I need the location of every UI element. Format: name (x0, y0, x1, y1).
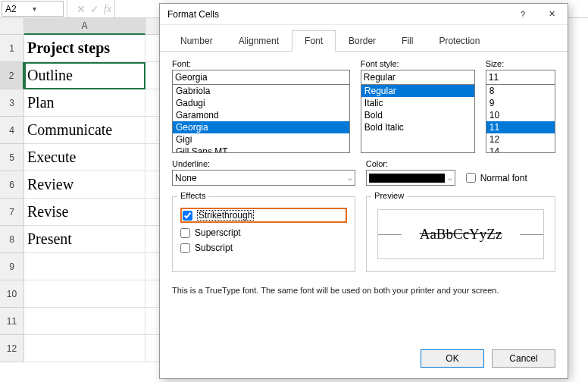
list-option[interactable]: Bold (361, 109, 474, 121)
list-option[interactable]: Garamond (173, 109, 349, 121)
list-option[interactable]: 9 (486, 97, 555, 109)
size-list[interactable]: 8910111214 (486, 85, 555, 153)
tab-font[interactable]: Font (292, 30, 336, 52)
font-description: This is a TrueType font. The same font w… (172, 286, 555, 295)
fx-icon[interactable]: fx (104, 3, 111, 15)
formula-bar-icons: ✕ ✓ fx (70, 3, 111, 15)
dialog-tabs: NumberAlignmentFontBorderFillProtection (160, 25, 568, 52)
superscript-checkbox[interactable]: Superscript (180, 227, 347, 238)
close-button[interactable]: ✕ (537, 5, 566, 24)
cell[interactable]: Communicate (24, 117, 145, 144)
color-swatch (369, 174, 445, 183)
list-option[interactable]: Bold Italic (361, 121, 474, 133)
chevron-down-icon: ⌵ (448, 174, 452, 182)
underline-label: Underline: (172, 159, 355, 168)
strikethrough-highlight: Strikethrough (180, 208, 347, 223)
row-header[interactable]: 12 (0, 335, 24, 362)
normal-font-checkbox[interactable]: Normal font (466, 173, 527, 183)
chevron-down-icon: ▾ (33, 5, 60, 13)
effects-group: Effects Strikethrough Superscript (172, 196, 355, 272)
cell[interactable]: Execute (24, 144, 145, 171)
cell[interactable]: Review (24, 171, 145, 199)
cell[interactable]: Project steps (24, 35, 145, 62)
row-header[interactable]: 8 (0, 226, 24, 253)
row-header[interactable]: 4 (0, 117, 24, 144)
chevron-down-icon: ⌵ (348, 174, 352, 182)
preview-legend: Preview (371, 191, 407, 200)
size-input[interactable] (486, 70, 555, 85)
color-select[interactable]: ⌵ (366, 170, 455, 186)
fontstyle-list[interactable]: RegularItalicBoldBold Italic (361, 85, 475, 153)
row-header[interactable]: 1 (0, 35, 24, 62)
cell[interactable] (24, 280, 145, 308)
name-box-value: A2 (5, 4, 33, 14)
row-header[interactable]: 2 (0, 62, 24, 89)
column-header[interactable]: A (24, 18, 145, 35)
tab-fill[interactable]: Fill (389, 30, 426, 52)
color-label: Color: (366, 159, 555, 168)
subscript-checkbox[interactable]: Subscript (180, 243, 347, 253)
cancel-icon[interactable]: ✕ (77, 3, 86, 15)
tab-alignment[interactable]: Alignment (226, 30, 292, 52)
row-header[interactable]: 3 (0, 89, 24, 117)
fontstyle-label: Font style: (361, 59, 475, 68)
subscript-label: Subscript (195, 243, 233, 253)
font-list[interactable]: GabriolaGadugiGaramondGeorgiaGigiGill Sa… (172, 85, 350, 153)
row-header[interactable]: 9 (0, 253, 24, 280)
cell[interactable] (24, 253, 145, 280)
cell[interactable]: Revise (24, 199, 145, 226)
effects-legend: Effects (177, 191, 208, 200)
list-option[interactable]: Gill Sans MT (173, 146, 349, 153)
list-option[interactable]: 12 (486, 133, 555, 146)
list-option[interactable]: 10 (486, 109, 555, 121)
tab-protection[interactable]: Protection (426, 30, 493, 52)
row-header[interactable]: 7 (0, 199, 24, 226)
list-option[interactable]: Regular (361, 85, 474, 97)
row-header[interactable]: 6 (0, 171, 24, 199)
superscript-label: Superscript (195, 227, 241, 238)
underline-value: None (175, 173, 197, 183)
dialog-footer: OK Cancel (160, 342, 568, 378)
tab-number[interactable]: Number (167, 30, 226, 52)
preview-box: AaBbCcYyZz (377, 209, 544, 259)
list-option[interactable]: Gadugi (173, 97, 349, 109)
list-option[interactable]: Georgia (173, 121, 349, 133)
preview-group: Preview AaBbCcYyZz (366, 196, 555, 272)
list-option[interactable]: 14 (486, 146, 555, 153)
font-label: Font: (172, 59, 350, 68)
select-all-corner[interactable] (0, 18, 24, 35)
tab-border[interactable]: Border (336, 30, 389, 52)
font-input[interactable] (172, 70, 350, 85)
cell[interactable]: Plan (24, 89, 145, 117)
row-header[interactable]: 11 (0, 308, 24, 335)
confirm-icon[interactable]: ✓ (90, 3, 99, 15)
list-option[interactable]: 8 (486, 85, 555, 97)
dialog-titlebar: Format Cells ? ✕ (160, 4, 568, 25)
dialog-body: Font: GabriolaGadugiGaramondGeorgiaGigiG… (160, 52, 568, 342)
size-label: Size: (486, 59, 555, 68)
ok-button[interactable]: OK (421, 349, 484, 368)
help-button[interactable]: ? (508, 5, 537, 24)
cell[interactable] (24, 335, 145, 362)
row-header[interactable]: 5 (0, 144, 24, 171)
preview-text: AaBbCcYyZz (402, 226, 521, 243)
row-header[interactable]: 10 (0, 280, 24, 308)
name-box[interactable]: A2 ▾ (2, 1, 64, 17)
fontstyle-input[interactable] (361, 70, 475, 85)
row-headers: 123456789101112 (0, 35, 24, 362)
help-icon: ? (521, 10, 525, 19)
dialog-title: Format Cells (167, 9, 508, 20)
strikethrough-label: Strikethrough (197, 210, 254, 221)
strikethrough-checkbox[interactable]: Strikethrough (183, 210, 254, 221)
cancel-button[interactable]: Cancel (492, 349, 555, 368)
cell[interactable]: Outline (24, 62, 145, 89)
list-option[interactable]: 11 (486, 121, 555, 133)
list-option[interactable]: Gabriola (173, 85, 349, 97)
close-icon: ✕ (549, 9, 555, 19)
underline-select[interactable]: None ⌵ (172, 170, 355, 186)
list-option[interactable]: Gigi (173, 133, 349, 146)
list-option[interactable]: Italic (361, 97, 474, 109)
normal-font-label: Normal font (480, 173, 527, 183)
cell[interactable] (24, 308, 145, 335)
cell[interactable]: Present (24, 226, 145, 253)
